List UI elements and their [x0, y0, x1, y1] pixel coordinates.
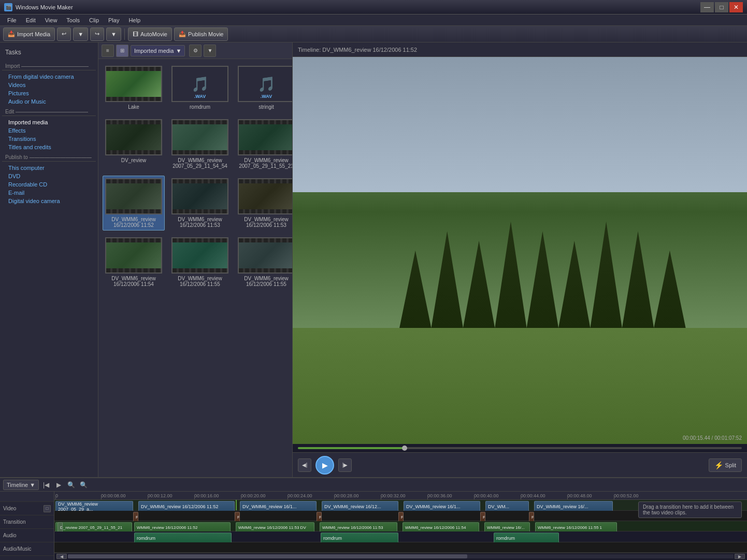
dropdown-arrow-icon: ▼	[176, 48, 181, 54]
timeline-start-button[interactable]: |◀	[41, 480, 51, 490]
media-label-dv8: DV_WMM6_review 16/12/2006 11:55	[238, 276, 292, 287]
transition-track[interactable]: F... F... F... F... F... F... Drag a tra…	[54, 511, 747, 521]
transition-tooltip: Drag a transition here to add it between…	[638, 501, 742, 518]
seekbar-thumb[interactable]	[402, 446, 407, 451]
media-item-dv4[interactable]: DV_WMM6_review 16/12/2006 11:53	[169, 176, 231, 231]
tasks-audio-or-music[interactable]: Audio or Music	[2, 97, 96, 106]
tasks-transitions[interactable]: Transitions	[2, 135, 96, 143]
redo-arrow-button[interactable]: ▼	[106, 27, 121, 41]
media-label-dv5: DV_WMM6_review 16/12/2006 11:53	[238, 217, 292, 228]
view-thumbnails-button[interactable]: ⊞	[116, 45, 128, 57]
scroll-right-button[interactable]: ▶	[735, 554, 745, 559]
media-label-romdrum: romdrum	[190, 104, 210, 110]
menu-clip[interactable]: Clip	[85, 16, 103, 24]
media-item-dv6[interactable]: DV_WMM6_review 16/12/2006 11:54	[103, 235, 165, 290]
tasks-titles-and-credits[interactable]: Titles and credits	[2, 143, 96, 151]
tasks-videos[interactable]: Videos	[2, 81, 96, 89]
preview-image	[293, 57, 747, 444]
tasks-digital-video-camera[interactable]: Digital video camera	[2, 197, 96, 205]
tasks-imported-media[interactable]: Imported media	[2, 118, 96, 126]
media-label-lake: Lake	[128, 104, 139, 110]
preview-play-button[interactable]: ▶	[315, 456, 334, 475]
scroll-left-button[interactable]: ◀	[56, 554, 67, 559]
menu-help[interactable]: Help	[124, 16, 145, 24]
media-item-dv-review[interactable]: DV_review	[103, 117, 165, 171]
publish-button[interactable]: 📤 Publish Movie	[174, 27, 228, 41]
timeline-tracks[interactable]: 0 00:00:08.00 00:00:12.00 00:00:16.00 00…	[54, 492, 747, 560]
undo-button[interactable]: ↩	[57, 27, 71, 41]
import-section-label: Import —————————————	[2, 60, 96, 70]
audio-icon-romdrum: 🎵 .WAV	[173, 67, 227, 101]
preview-video: 00:00:15.44 / 00:01:07:52	[293, 57, 747, 444]
timeline-label-btn[interactable]: Timeline ▼	[3, 480, 39, 490]
ruler-tick-52	[614, 496, 614, 499]
automovie-button[interactable]: 🎞 AutoMovie	[128, 27, 172, 41]
media-thumb-lake	[105, 66, 162, 102]
preview-prev-button[interactable]: ◀|	[298, 458, 311, 472]
timeline-play-button[interactable]: ▶	[53, 480, 64, 490]
media-item-dv5[interactable]: DV_WMM6_review 16/12/2006 11:53	[235, 176, 292, 231]
scroll-thumb[interactable]	[68, 554, 467, 558]
tasks-email[interactable]: E-mail	[2, 189, 96, 197]
media-item-lake[interactable]: Lake	[103, 63, 165, 112]
timeline-zoom-in-button[interactable]: 🔍	[66, 480, 76, 490]
title-overlay-track-label: Title Overlay	[0, 556, 54, 560]
media-item-dv3[interactable]: DV_WMM6_review 16/12/2006 11:52	[103, 176, 165, 231]
menu-file[interactable]: File	[3, 16, 21, 24]
tasks-dvd[interactable]: DVD	[2, 172, 96, 180]
import-icon: 📥	[8, 31, 15, 37]
view-details-button[interactable]: ≡	[102, 45, 114, 57]
audio-music-track-label: Audio/Music	[0, 542, 54, 556]
toolbar-separator	[124, 28, 125, 40]
media-item-dv1[interactable]: DV_WMM6_review 2007_05_29_11_54_54	[169, 117, 231, 171]
media-item-dv8[interactable]: DV_WMM6_review 16/12/2006 11:55	[235, 235, 292, 290]
publish-label: Publish Movie	[188, 31, 223, 37]
menu-edit[interactable]: Edit	[22, 16, 40, 24]
media-item-romdrum[interactable]: 🎵 .WAV romdrum	[169, 63, 231, 112]
ruler-tick-20	[241, 496, 241, 499]
media-filter-dropdown[interactable]: Imported media ▼	[131, 45, 185, 56]
ruler-mark-28: 00:00:28.00	[334, 493, 359, 498]
toolbar: 📥 Import Media ↩ ▼ ↪ ▼ 🎞 AutoMovie 📤 Pub…	[0, 26, 747, 42]
transition-track-label: Transition	[0, 515, 54, 529]
media-options-button[interactable]: ⚙	[189, 45, 202, 57]
menu-view[interactable]: View	[41, 16, 62, 24]
ruler-tick-32	[381, 496, 381, 499]
media-thumb-dv4	[171, 178, 228, 214]
media-item-dv2[interactable]: DV_WMM6_review 2007_05_29_11_55_21	[235, 117, 292, 171]
ruler-tick-12	[148, 496, 148, 499]
import-media-button[interactable]: 📥 Import Media	[3, 27, 55, 41]
minimize-button[interactable]: —	[700, 2, 714, 12]
tasks-recordable-cd[interactable]: Recordable CD	[2, 180, 96, 189]
timeline-scrollbar[interactable]: ◀ ▶	[54, 553, 747, 560]
audio-icon-stringit: 🎵 .WAV	[239, 67, 292, 101]
timeline-ruler: 0 00:00:08.00 00:00:12.00 00:00:16.00 00…	[54, 492, 747, 500]
tasks-effects[interactable]: Effects	[2, 126, 96, 135]
media-thumb-stringit: 🎵 .WAV	[238, 66, 292, 102]
preview-seekbar[interactable]	[298, 447, 742, 449]
close-button[interactable]: ✕	[729, 2, 743, 12]
media-toolbar: ≡ ⊞ Imported media ▼ ⚙ ▼	[98, 42, 292, 59]
ruler-tick-0	[55, 496, 56, 499]
tasks-this-computer[interactable]: This computer	[2, 164, 96, 172]
publish-icon: 📤	[179, 31, 186, 37]
menu-tools[interactable]: Tools	[62, 16, 84, 24]
media-filter-label: Imported media	[134, 48, 174, 54]
media-item-dv7[interactable]: DV_WMM6_review 16/12/2006 11:55	[169, 235, 231, 290]
maximize-button[interactable]: □	[715, 2, 728, 12]
timeline-zoom-out-button[interactable]: 🔍	[78, 480, 89, 490]
tasks-pictures[interactable]: Pictures	[2, 89, 96, 97]
redo-button[interactable]: ↪	[90, 27, 104, 41]
video-resize-button[interactable]: □	[44, 505, 51, 512]
automovie-label: AutoMovie	[140, 31, 167, 37]
preview-sky	[293, 57, 747, 192]
undo-arrow-button[interactable]: ▼	[73, 27, 88, 41]
media-item-stringit[interactable]: 🎵 .WAV stringit	[235, 63, 292, 112]
menu-play[interactable]: Play	[104, 16, 123, 24]
split-button[interactable]: ⚡ Split	[709, 458, 742, 472]
preview-next-button[interactable]: |▶	[338, 458, 352, 472]
import-label: Import Media	[17, 31, 50, 37]
media-sort-button[interactable]: ▼	[204, 45, 216, 57]
tasks-from-digital-camera[interactable]: From digital video camera	[2, 73, 96, 81]
ruler-tick-8	[101, 496, 102, 499]
